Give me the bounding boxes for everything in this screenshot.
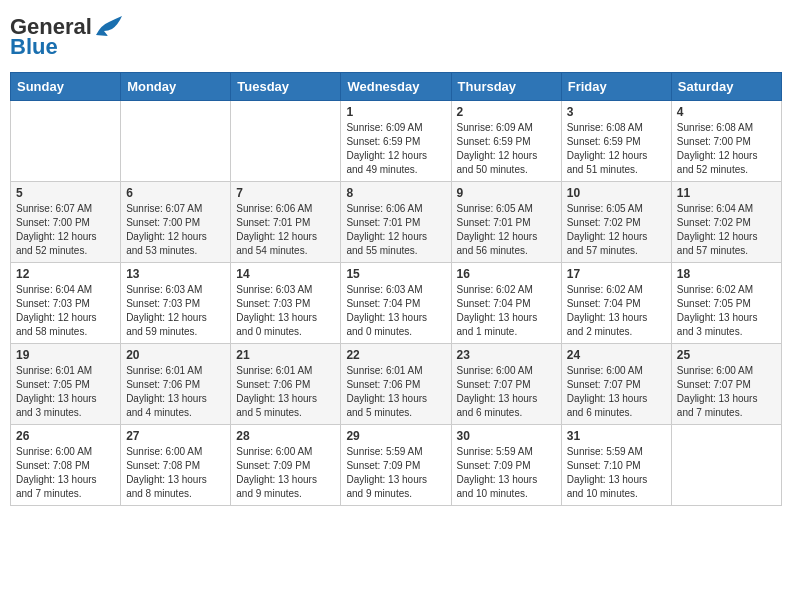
weekday-header-monday: Monday xyxy=(121,73,231,101)
day-number: 30 xyxy=(457,429,556,443)
calendar-cell xyxy=(671,425,781,506)
calendar-cell: 23Sunrise: 6:00 AM Sunset: 7:07 PM Dayli… xyxy=(451,344,561,425)
day-info: Sunrise: 6:00 AM Sunset: 7:07 PM Dayligh… xyxy=(677,364,776,420)
calendar-cell: 29Sunrise: 5:59 AM Sunset: 7:09 PM Dayli… xyxy=(341,425,451,506)
day-info: Sunrise: 6:00 AM Sunset: 7:08 PM Dayligh… xyxy=(126,445,225,501)
calendar-cell: 8Sunrise: 6:06 AM Sunset: 7:01 PM Daylig… xyxy=(341,182,451,263)
week-row-2: 12Sunrise: 6:04 AM Sunset: 7:03 PM Dayli… xyxy=(11,263,782,344)
day-info: Sunrise: 6:02 AM Sunset: 7:04 PM Dayligh… xyxy=(457,283,556,339)
day-number: 21 xyxy=(236,348,335,362)
weekday-header-thursday: Thursday xyxy=(451,73,561,101)
day-number: 15 xyxy=(346,267,445,281)
day-info: Sunrise: 6:00 AM Sunset: 7:09 PM Dayligh… xyxy=(236,445,335,501)
day-number: 11 xyxy=(677,186,776,200)
day-info: Sunrise: 6:07 AM Sunset: 7:00 PM Dayligh… xyxy=(16,202,115,258)
weekday-header-friday: Friday xyxy=(561,73,671,101)
calendar-cell: 22Sunrise: 6:01 AM Sunset: 7:06 PM Dayli… xyxy=(341,344,451,425)
day-number: 16 xyxy=(457,267,556,281)
day-info: Sunrise: 6:00 AM Sunset: 7:08 PM Dayligh… xyxy=(16,445,115,501)
day-number: 26 xyxy=(16,429,115,443)
calendar-cell: 20Sunrise: 6:01 AM Sunset: 7:06 PM Dayli… xyxy=(121,344,231,425)
week-row-0: 1Sunrise: 6:09 AM Sunset: 6:59 PM Daylig… xyxy=(11,101,782,182)
day-info: Sunrise: 6:02 AM Sunset: 7:05 PM Dayligh… xyxy=(677,283,776,339)
day-number: 24 xyxy=(567,348,666,362)
weekday-header-sunday: Sunday xyxy=(11,73,121,101)
day-number: 2 xyxy=(457,105,556,119)
day-number: 3 xyxy=(567,105,666,119)
header: General Blue xyxy=(10,10,782,64)
calendar-cell: 28Sunrise: 6:00 AM Sunset: 7:09 PM Dayli… xyxy=(231,425,341,506)
day-number: 18 xyxy=(677,267,776,281)
calendar-cell: 17Sunrise: 6:02 AM Sunset: 7:04 PM Dayli… xyxy=(561,263,671,344)
day-number: 20 xyxy=(126,348,225,362)
day-info: Sunrise: 6:09 AM Sunset: 6:59 PM Dayligh… xyxy=(346,121,445,177)
day-number: 14 xyxy=(236,267,335,281)
calendar-cell: 24Sunrise: 6:00 AM Sunset: 7:07 PM Dayli… xyxy=(561,344,671,425)
day-number: 10 xyxy=(567,186,666,200)
calendar-cell: 12Sunrise: 6:04 AM Sunset: 7:03 PM Dayli… xyxy=(11,263,121,344)
calendar-cell: 15Sunrise: 6:03 AM Sunset: 7:04 PM Dayli… xyxy=(341,263,451,344)
page: General Blue SundayMondayTuesdayWednesda… xyxy=(10,10,782,506)
calendar-cell: 27Sunrise: 6:00 AM Sunset: 7:08 PM Dayli… xyxy=(121,425,231,506)
day-info: Sunrise: 6:01 AM Sunset: 7:06 PM Dayligh… xyxy=(126,364,225,420)
calendar-cell: 3Sunrise: 6:08 AM Sunset: 6:59 PM Daylig… xyxy=(561,101,671,182)
day-info: Sunrise: 5:59 AM Sunset: 7:09 PM Dayligh… xyxy=(457,445,556,501)
day-info: Sunrise: 6:00 AM Sunset: 7:07 PM Dayligh… xyxy=(457,364,556,420)
day-number: 25 xyxy=(677,348,776,362)
day-number: 29 xyxy=(346,429,445,443)
calendar-cell: 6Sunrise: 6:07 AM Sunset: 7:00 PM Daylig… xyxy=(121,182,231,263)
day-info: Sunrise: 6:01 AM Sunset: 7:06 PM Dayligh… xyxy=(236,364,335,420)
day-info: Sunrise: 6:06 AM Sunset: 7:01 PM Dayligh… xyxy=(236,202,335,258)
day-number: 23 xyxy=(457,348,556,362)
calendar-cell: 7Sunrise: 6:06 AM Sunset: 7:01 PM Daylig… xyxy=(231,182,341,263)
day-number: 6 xyxy=(126,186,225,200)
week-row-4: 26Sunrise: 6:00 AM Sunset: 7:08 PM Dayli… xyxy=(11,425,782,506)
calendar-cell: 14Sunrise: 6:03 AM Sunset: 7:03 PM Dayli… xyxy=(231,263,341,344)
calendar-cell: 10Sunrise: 6:05 AM Sunset: 7:02 PM Dayli… xyxy=(561,182,671,263)
logo: General Blue xyxy=(10,14,123,60)
calendar-cell: 19Sunrise: 6:01 AM Sunset: 7:05 PM Dayli… xyxy=(11,344,121,425)
day-number: 8 xyxy=(346,186,445,200)
calendar-cell: 1Sunrise: 6:09 AM Sunset: 6:59 PM Daylig… xyxy=(341,101,451,182)
calendar-cell: 21Sunrise: 6:01 AM Sunset: 7:06 PM Dayli… xyxy=(231,344,341,425)
calendar-cell: 26Sunrise: 6:00 AM Sunset: 7:08 PM Dayli… xyxy=(11,425,121,506)
day-info: Sunrise: 5:59 AM Sunset: 7:09 PM Dayligh… xyxy=(346,445,445,501)
calendar-cell: 9Sunrise: 6:05 AM Sunset: 7:01 PM Daylig… xyxy=(451,182,561,263)
day-info: Sunrise: 6:04 AM Sunset: 7:03 PM Dayligh… xyxy=(16,283,115,339)
day-info: Sunrise: 6:00 AM Sunset: 7:07 PM Dayligh… xyxy=(567,364,666,420)
day-info: Sunrise: 6:01 AM Sunset: 7:06 PM Dayligh… xyxy=(346,364,445,420)
day-number: 7 xyxy=(236,186,335,200)
day-info: Sunrise: 6:03 AM Sunset: 7:03 PM Dayligh… xyxy=(236,283,335,339)
calendar-cell: 16Sunrise: 6:02 AM Sunset: 7:04 PM Dayli… xyxy=(451,263,561,344)
day-info: Sunrise: 6:05 AM Sunset: 7:02 PM Dayligh… xyxy=(567,202,666,258)
day-info: Sunrise: 6:08 AM Sunset: 7:00 PM Dayligh… xyxy=(677,121,776,177)
weekday-header-wednesday: Wednesday xyxy=(341,73,451,101)
day-number: 1 xyxy=(346,105,445,119)
day-info: Sunrise: 6:02 AM Sunset: 7:04 PM Dayligh… xyxy=(567,283,666,339)
day-number: 27 xyxy=(126,429,225,443)
logo-blue-text: Blue xyxy=(10,34,58,60)
day-info: Sunrise: 6:03 AM Sunset: 7:03 PM Dayligh… xyxy=(126,283,225,339)
weekday-header-saturday: Saturday xyxy=(671,73,781,101)
calendar-cell: 13Sunrise: 6:03 AM Sunset: 7:03 PM Dayli… xyxy=(121,263,231,344)
calendar-cell: 11Sunrise: 6:04 AM Sunset: 7:02 PM Dayli… xyxy=(671,182,781,263)
calendar-cell: 2Sunrise: 6:09 AM Sunset: 6:59 PM Daylig… xyxy=(451,101,561,182)
calendar-table: SundayMondayTuesdayWednesdayThursdayFrid… xyxy=(10,72,782,506)
calendar-cell: 18Sunrise: 6:02 AM Sunset: 7:05 PM Dayli… xyxy=(671,263,781,344)
day-number: 9 xyxy=(457,186,556,200)
day-info: Sunrise: 6:06 AM Sunset: 7:01 PM Dayligh… xyxy=(346,202,445,258)
calendar-cell: 25Sunrise: 6:00 AM Sunset: 7:07 PM Dayli… xyxy=(671,344,781,425)
day-number: 13 xyxy=(126,267,225,281)
calendar-cell: 4Sunrise: 6:08 AM Sunset: 7:00 PM Daylig… xyxy=(671,101,781,182)
logo-bird-icon xyxy=(95,15,123,39)
day-info: Sunrise: 6:04 AM Sunset: 7:02 PM Dayligh… xyxy=(677,202,776,258)
day-info: Sunrise: 6:09 AM Sunset: 6:59 PM Dayligh… xyxy=(457,121,556,177)
day-info: Sunrise: 6:01 AM Sunset: 7:05 PM Dayligh… xyxy=(16,364,115,420)
week-row-1: 5Sunrise: 6:07 AM Sunset: 7:00 PM Daylig… xyxy=(11,182,782,263)
week-row-3: 19Sunrise: 6:01 AM Sunset: 7:05 PM Dayli… xyxy=(11,344,782,425)
day-info: Sunrise: 6:08 AM Sunset: 6:59 PM Dayligh… xyxy=(567,121,666,177)
day-number: 19 xyxy=(16,348,115,362)
day-info: Sunrise: 6:05 AM Sunset: 7:01 PM Dayligh… xyxy=(457,202,556,258)
calendar-cell: 31Sunrise: 5:59 AM Sunset: 7:10 PM Dayli… xyxy=(561,425,671,506)
calendar-cell: 30Sunrise: 5:59 AM Sunset: 7:09 PM Dayli… xyxy=(451,425,561,506)
